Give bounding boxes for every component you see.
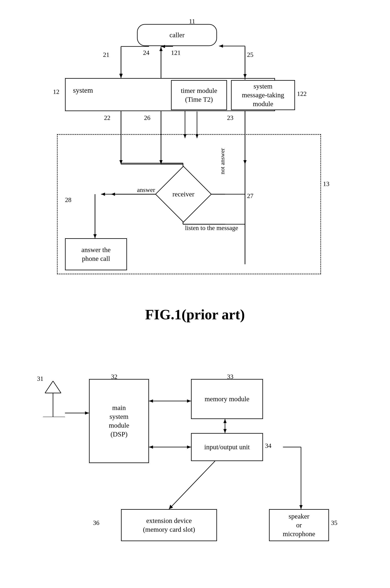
svg-marker-57 (85, 412, 89, 415)
svg-line-67 (169, 461, 215, 509)
speaker-mic-box: speaker or microphone (269, 509, 329, 541)
label-24: 24 (143, 49, 149, 57)
label-122: 122 (297, 90, 307, 98)
label-121: 121 (171, 49, 181, 57)
receiver-diamond: receiver (163, 174, 203, 214)
label-22: 22 (104, 114, 110, 121)
label-13: 13 (323, 180, 329, 188)
label-12: 12 (53, 88, 59, 96)
svg-marker-63 (149, 445, 153, 449)
system-label: system (73, 86, 93, 95)
svg-line-73 (53, 381, 61, 393)
svg-line-72 (45, 381, 53, 393)
label-36: 36 (93, 519, 99, 527)
memory-module-box: memory module (191, 379, 263, 419)
answer-phone-box: answer the phone call (65, 238, 127, 270)
not-answer-label: not answer (219, 148, 226, 174)
svg-marker-59 (187, 399, 191, 403)
label-23: 23 (227, 114, 233, 121)
label-27: 27 (247, 192, 253, 200)
listen-message-label: listen to the message (185, 224, 238, 232)
svg-marker-71 (299, 505, 303, 509)
label-34: 34 (265, 442, 271, 449)
fig2-diagram: 31 32 main system module (DSP) 33 memory… (25, 335, 365, 588)
label-28: 28 (65, 196, 71, 204)
svg-marker-62 (187, 445, 191, 449)
timer-module-box: timer module (Time T2) (171, 80, 227, 110)
label-21: 21 (103, 51, 109, 59)
caller-box: caller (137, 24, 217, 46)
label-35: 35 (331, 519, 338, 527)
svg-marker-60 (149, 399, 153, 403)
extension-device-box: extension device (memory card slot) (121, 509, 217, 541)
svg-marker-68 (169, 505, 173, 509)
svg-marker-32 (119, 74, 123, 78)
input-output-box: input/output unit (191, 433, 263, 461)
main-system-box: main system module (DSP) (89, 379, 149, 463)
svg-marker-37 (219, 45, 223, 48)
answer-label: answer (137, 186, 155, 194)
antenna-icon (41, 381, 65, 417)
system-message-box: system message-taking module (231, 80, 295, 110)
svg-marker-3 (159, 47, 163, 51)
svg-marker-1 (119, 74, 123, 78)
label-26: 26 (144, 114, 150, 121)
svg-marker-66 (223, 419, 227, 423)
fig1-diagram: 11 caller 21 24 121 25 system 12 timer m… (25, 12, 365, 302)
svg-marker-5 (244, 74, 246, 78)
svg-marker-65 (223, 429, 227, 433)
label-25: 25 (247, 51, 253, 59)
fig1-title: FIG.1(prior art) (24, 306, 366, 323)
